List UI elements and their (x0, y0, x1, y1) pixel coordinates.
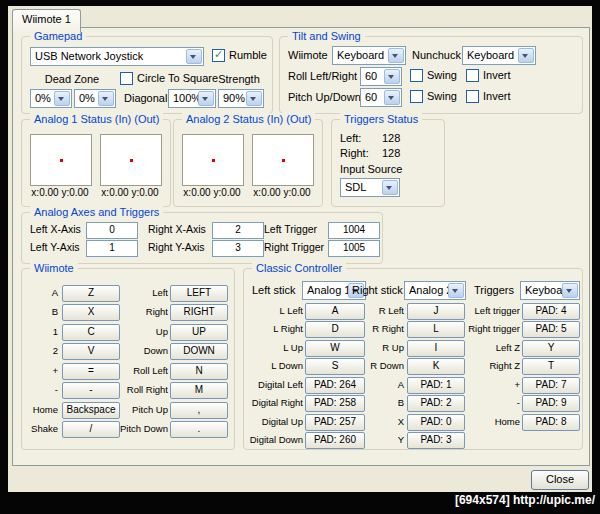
diagonal-select[interactable]: 100% (168, 89, 216, 108)
wiimote-row-shake: Shake / Pitch Down . (22, 421, 234, 436)
wiimote-minus-key-button[interactable]: - (62, 382, 120, 399)
dropdown-arrow-icon[interactable] (448, 283, 464, 298)
classic-minus-key-button[interactable]: PAD: 9 (522, 395, 580, 412)
left-x-axis-field[interactable]: 0 (86, 222, 138, 239)
left-trigger-field[interactable]: 1004 (328, 222, 380, 239)
roll-range-select[interactable]: 60 (360, 67, 402, 86)
wiimote-left-key-button[interactable]: LEFT (170, 285, 228, 302)
dead-zone-x-select[interactable]: 0% (30, 89, 72, 108)
wiimote-roll-right-label: Roll Right (127, 382, 168, 397)
wiimote-pitch-up-key-button[interactable]: , (170, 402, 228, 419)
dropdown-arrow-icon[interactable] (246, 91, 262, 106)
right-trigger-key-label: Right trigger (468, 321, 520, 336)
tilt-nunchuck-select[interactable]: Keyboard (462, 46, 536, 65)
right-stick-select[interactable]: Analog 2 (404, 281, 466, 300)
pitch-swing-checkbox[interactable]: Swing (410, 90, 457, 103)
l-down-key-button[interactable]: S (305, 358, 365, 375)
dropdown-arrow-icon[interactable] (384, 90, 400, 105)
wiimote-home-key-button[interactable]: Backspace (62, 402, 120, 419)
l-right-key-button[interactable]: D (305, 321, 365, 338)
wiimote-right-key-button[interactable]: RIGHT (170, 304, 228, 321)
wiimote-a-key-button[interactable]: Z (62, 285, 120, 302)
r-left-label: R Left (379, 303, 404, 318)
classic-home-key-button[interactable]: PAD: 8 (522, 414, 580, 431)
wiimote-row-1: 1 C Up UP (22, 324, 234, 339)
r-right-key-button[interactable]: L (407, 321, 465, 338)
analog2-out-coords: x:0.00 y:0.00 (252, 187, 312, 198)
dropdown-arrow-icon[interactable] (384, 69, 400, 84)
pitch-range-select[interactable]: 60 (360, 88, 402, 107)
classic-minus-label: - (517, 395, 520, 410)
classic-row-2: L Right D R Right L Right trigger PAD: 5 (244, 321, 582, 336)
dropdown-arrow-icon[interactable] (98, 91, 114, 106)
dead-zone-y-value: 0% (79, 91, 99, 105)
wiimote-row-a: A Z Left LEFT (22, 285, 234, 300)
dead-zone-y-select[interactable]: 0% (74, 89, 116, 108)
strength-select[interactable]: 90% (218, 89, 264, 108)
l-left-label: L Left (280, 303, 303, 318)
left-z-key-button[interactable]: Y (522, 340, 580, 357)
right-x-axis-field[interactable]: 2 (212, 222, 264, 239)
roll-invert-checkbox[interactable]: Invert (466, 69, 511, 82)
right-trigger-key-button[interactable]: PAD: 5 (522, 321, 580, 338)
classic-x-key-button[interactable]: PAD: 0 (407, 414, 465, 431)
wiimote-roll-right-key-button[interactable]: M (170, 382, 228, 399)
l-up-label: L Up (283, 340, 303, 355)
wiimote-plus-key-button[interactable]: = (62, 363, 120, 380)
classic-triggers-select[interactable]: Keyboard (520, 281, 580, 300)
circle-to-square-checkbox[interactable]: Circle To Square (120, 72, 218, 85)
l-left-key-button[interactable]: A (305, 303, 365, 320)
wiimote-row-home: Home Backspace Pitch Up , (22, 402, 234, 417)
right-trigger-field[interactable]: 1005 (328, 240, 380, 257)
right-y-axis-field[interactable]: 3 (212, 240, 264, 257)
left-trigger-key-button[interactable]: PAD: 4 (522, 303, 580, 320)
input-source-select[interactable]: SDL (340, 178, 400, 197)
wiimote-1-key-button[interactable]: C (62, 324, 120, 341)
roll-swing-checkbox[interactable]: Swing (410, 69, 457, 82)
wiimote-b-key-button[interactable]: X (62, 304, 120, 321)
down-arrow-icon (522, 54, 528, 61)
input-source-label: Input Source (340, 163, 402, 175)
tilt-wiimote-select[interactable]: Keyboard (332, 46, 406, 65)
classic-y-key-button[interactable]: PAD: 3 (407, 432, 465, 449)
close-button[interactable]: Close (531, 470, 589, 490)
dropdown-arrow-icon[interactable] (186, 49, 202, 64)
dropdown-arrow-icon[interactable] (198, 91, 214, 106)
r-up-key-button[interactable]: I (407, 340, 465, 357)
dropdown-arrow-icon[interactable] (382, 180, 398, 195)
r-down-key-button[interactable]: K (407, 358, 465, 375)
digital-left-key-button[interactable]: PAD: 264 (305, 377, 365, 394)
dropdown-arrow-icon[interactable] (388, 48, 404, 63)
l-up-key-button[interactable]: W (305, 340, 365, 357)
left-trigger-label: Left Trigger (264, 223, 317, 235)
classic-b-key-button[interactable]: PAD: 2 (407, 395, 465, 412)
wiimote-pitch-down-key-button[interactable]: . (170, 421, 228, 438)
digital-right-key-button[interactable]: PAD: 258 (305, 395, 365, 412)
left-y-axis-field[interactable]: 1 (86, 240, 138, 257)
tab-wiimote-1[interactable]: Wiimote 1 (12, 9, 81, 32)
wiimote-shake-key-button[interactable]: / (62, 421, 120, 438)
wiimote-roll-left-key-button[interactable]: N (170, 363, 228, 380)
analog1-in-display (30, 134, 92, 186)
classic-plus-key-button[interactable]: PAD: 7 (522, 377, 580, 394)
digital-down-key-button[interactable]: PAD: 260 (305, 432, 365, 449)
device-select[interactable]: USB Network Joystick (30, 47, 204, 66)
classic-a-label: A (398, 377, 404, 392)
wiimote-up-key-button[interactable]: UP (170, 324, 228, 341)
digital-up-key-button[interactable]: PAD: 257 (305, 414, 365, 431)
pitch-invert-checkbox[interactable]: Invert (466, 90, 511, 103)
dropdown-arrow-icon[interactable] (54, 91, 70, 106)
dropdown-arrow-icon[interactable] (562, 283, 578, 298)
classic-a-key-button[interactable]: PAD: 1 (407, 377, 465, 394)
checkbox-box (466, 90, 479, 103)
wiimote-2-key-button[interactable]: V (62, 343, 120, 360)
rumble-checkbox[interactable]: Rumble (212, 49, 267, 62)
wiimote-down-key-button[interactable]: DOWN (170, 343, 228, 360)
triggers-status-title: Triggers Status (340, 113, 422, 126)
dropdown-arrow-icon[interactable] (518, 48, 534, 63)
classic-b-label: B (398, 395, 404, 410)
right-z-key-button[interactable]: T (522, 358, 580, 375)
r-left-key-button[interactable]: J (407, 303, 465, 320)
classic-plus-label: + (514, 377, 520, 392)
tilt-swing-group-title: Tilt and Swing (288, 30, 365, 43)
